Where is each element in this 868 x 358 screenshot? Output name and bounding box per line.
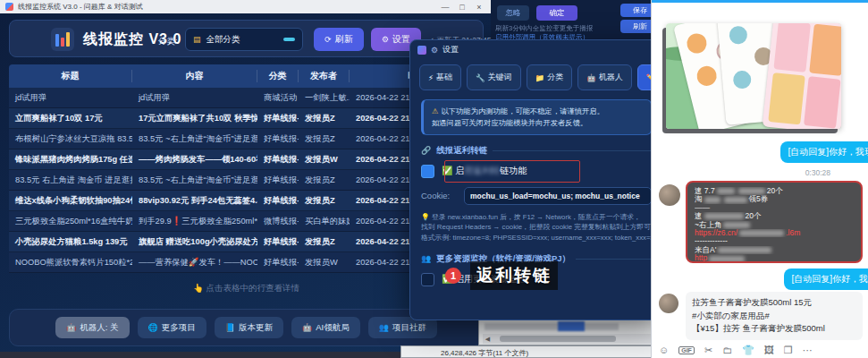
censored-block [718,247,771,253]
table-cell: 好单线报-... [257,175,299,186]
app-logo [51,28,74,51]
table-cell: 发报员W [299,257,350,268]
table-cell: 好单线报-... [257,236,299,248]
scissors-icon[interactable]: ✂ [704,345,712,355]
censored-block [723,222,750,228]
tab-机器人[interactable]: 🤖机器人 [577,64,632,90]
dialog-title: 设置 [442,44,459,55]
footer-button[interactable]: 🤖机器人: 关 [55,317,130,338]
app-icon [5,3,13,11]
dialog-tabs: ⚡基础🔧关键词📁分类🤖机器人✏️内测 [419,64,653,90]
table-cell: 三元极致全脂250ml*16盒纯牛奶 29.... [9,216,132,227]
gear-icon: ⚙ [382,35,389,44]
table-cell: 83.5元 ~右上角进“淘金币”进足逛... [132,175,257,186]
product-image[interactable] [666,23,841,129]
warning-icon: ⚠ [432,107,438,115]
table-cell: NOOBO熊派软骨素钙片150粒*2瓶3... [9,257,132,268]
bg-confirm-button[interactable]: 确定 [536,5,577,21]
explorer-blue-tab[interactable] [558,321,585,331]
censored-block [724,197,747,203]
censored-block [739,230,784,236]
footer-button[interactable]: 🌐更多项目 [138,317,206,338]
status-text: 26,428,426 字节(11 个文件) [441,348,528,358]
column-header-title: 标题 [9,70,132,82]
table-cell: 83.5元 ~右上角进“淘金币”进足逛... [132,133,257,145]
table-cell: 到手29.9❗三元极致全脂250ml*16... [132,216,257,227]
deal-message-bubble: 拉芳鱼子酱膏护发膜500ml 15元#小卖部の家居用品#【¥15】拉芳 鱼子酱膏… [686,292,863,340]
refresh-button[interactable]: ⟳ 刷新 [314,28,364,51]
rebate-checkbox-label: ✅ 启用返利转链功能 [442,165,527,177]
button-icon: 👥 [379,323,389,332]
bg-ignore-button[interactable]: 忽略 [497,5,529,21]
table-cell: 一剑陕上敏... [299,92,350,104]
column-header-content: 内容 [132,70,257,82]
annotation-badge: 1 [445,268,461,284]
censored-block [738,188,765,194]
scrollbar-thumb[interactable] [500,336,616,342]
file-explorer-statusbar: 26,428,426 字节(11 个文件) [400,345,663,358]
image-icon[interactable]: 🖼 [764,345,774,355]
table-cell: 发报员Z [299,195,350,207]
cookie-help-text: 💡 登录 new.xianbao.fun 后，按 F12 → Network，随… [421,212,652,243]
horizontal-scrollbar[interactable]: ◀ ▶ [483,334,659,344]
main-titlebar: 线报监控系统 V3.0 - 问题库 & 对话测试 — □ × [0,0,491,13]
table-cell: 发报员W [299,154,350,166]
red-link[interactable]: http [695,254,707,262]
smiley-icon[interactable]: ☺ [659,345,669,355]
category-dropdown[interactable]: ▤ 全部分类 [185,28,303,51]
rebate-checkbox[interactable] [421,165,434,178]
chat-toolbar: ☺GIF✂🗀👕🖼❐⋯ [659,343,813,357]
censored-block [704,213,744,219]
category-value: 全部分类 [206,34,278,46]
table-cell: 商城活动 [257,92,299,104]
window-icon[interactable]: ❐ [784,345,793,355]
button-icon: 🤖 [66,323,76,332]
users-icon: 👥 [421,254,431,263]
maximize-icon[interactable]: □ [456,3,468,12]
table-cell: 维达x线条小狗柔韧软抽90抽24包 ... [9,195,132,207]
table-cell: 发报员Z [299,175,350,186]
table-cell: 买白单的妹妹 [299,216,350,227]
tab-分类[interactable]: 📁分类 [527,64,573,90]
scroll-left-icon[interactable]: ◀ [483,336,493,343]
dialog-titlebar: ⚙ 设置 [410,40,662,59]
resources-checkbox[interactable] [421,273,434,286]
dialog-app-icon [417,46,426,55]
list-icon: ▤ [193,35,201,44]
table-cell: 微博线报-... [257,216,299,227]
table-cell: 锋味派黑猪肉烤肉烤肠175g 任选5件... [9,154,132,166]
table-cell: jd试用弹 [9,92,132,104]
censored-message-bubble: 速 7.720个淘领5券——速20个~右上角https://z6.cn/.l6m… [686,181,863,263]
link-icon: 🔗 [421,146,431,155]
tab-基础[interactable]: ⚡基础 [419,64,461,90]
folder-icon[interactable]: 🗀 [722,345,732,355]
table-cell: 好单线报-... [257,113,299,124]
gif-icon[interactable]: GIF [678,346,695,354]
shirt-icon[interactable]: 👕 [742,345,754,355]
avatar [659,184,680,206]
rebate-checkbox-row: ✅ 启用返利转链功能 [421,165,652,178]
close-icon[interactable]: × [473,3,485,12]
red-link[interactable]: .l6m [786,229,800,237]
table-cell: 发报员Z [299,133,350,145]
tab-关键词[interactable]: 🔧关键词 [467,64,521,90]
table-cell: 好单线报-... [257,195,299,207]
red-link[interactable]: https://z6.cn/ [695,229,737,237]
censored-block [717,188,735,194]
table-cell: 17元立而爽船袜了共10双 秋季惊后石... [132,113,257,124]
cookie-label: Cookie: [421,191,457,200]
more-icon[interactable]: ⋯ [803,345,813,355]
file-explorer-strip: ◀ ▶ [478,320,663,345]
footer-button[interactable]: 📘版本更新 [215,317,283,338]
table-cell: 好单线报-... [257,154,299,166]
table-cell: ——烤肉烤肠发车——领140-60补... [132,154,257,166]
auto-reply-bubble: [自动回复]你好，我现 [784,268,868,290]
table-cell: 好单线报-... [257,133,299,145]
minimize-icon[interactable]: — [439,3,451,12]
footer-button[interactable]: 🤖AI领航局 [291,317,360,338]
button-icon: 📘 [225,323,235,332]
chat-window: [自动回复]你好，我现 0:30:28 速 7.720个淘领5券——速20个~右… [651,0,868,358]
section-rebate-title: 🔗 线报返利转链 [421,145,652,157]
table-cell: 83.5元 右上角进 淘金币 进足逛抢 有... [9,175,132,186]
cookie-input[interactable] [464,187,652,205]
